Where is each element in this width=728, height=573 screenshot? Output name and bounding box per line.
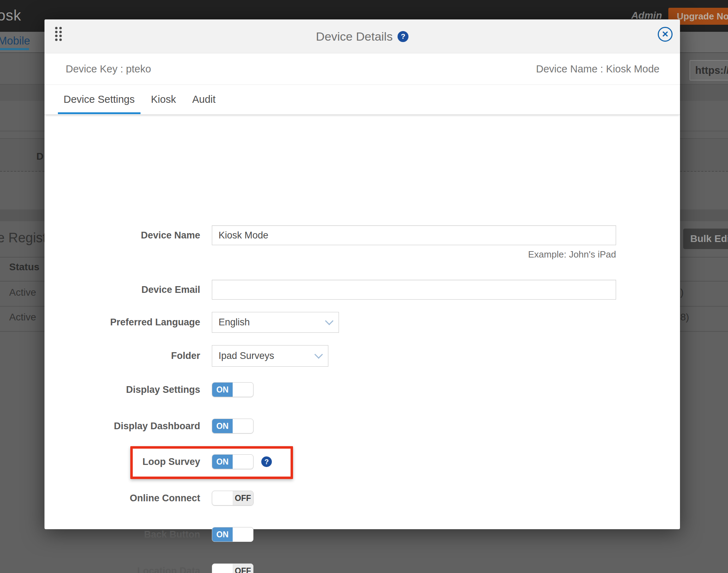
help-icon[interactable]: ? [398, 31, 408, 42]
status-column-header: Status [9, 261, 40, 273]
toggle-label-display-dashboard: Display Dashboard [44, 419, 200, 433]
loop-survey-help-icon[interactable]: ? [261, 456, 272, 467]
url-input[interactable]: https:// [690, 60, 728, 81]
table-row-status: Active [9, 312, 36, 323]
preferred-language-value: English [219, 317, 250, 328]
section-heading-fragment: e Registr [0, 230, 51, 246]
table-row-status: Active [9, 287, 36, 298]
toggle-on-half: ON [212, 455, 233, 469]
table-cell-fragment: 8) [680, 312, 689, 323]
device-key-row: Device Key : pteko Device Name : Kiosk M… [44, 53, 680, 85]
preferred-language-select[interactable]: English [212, 312, 339, 333]
tab-audit[interactable]: Audit [191, 85, 216, 115]
close-icon[interactable]: ✕ [658, 27, 673, 42]
device-email-label: Device Email [44, 280, 200, 300]
chevron-down-icon [325, 317, 333, 325]
toggle-label-location-data: Location Data [44, 563, 200, 573]
brand-logo-fragment: osk [0, 7, 21, 24]
toggle-on-half: ON [212, 383, 233, 397]
table-cell-fragment: ) [680, 287, 684, 298]
toggle-off-half [233, 455, 253, 469]
tab-kiosk[interactable]: Kiosk [150, 85, 177, 115]
chevron-down-icon [314, 350, 323, 359]
modal-title: Device Details [316, 30, 393, 43]
tab-device-settings[interactable]: Device Settings [63, 85, 136, 115]
background-label-fragment: D [36, 151, 43, 162]
toggle-label-loop-survey: Loop Survey [44, 454, 200, 469]
tab-mobile[interactable]: Mobile [0, 35, 30, 47]
toggle-row-loop-survey: Loop SurveyON [44, 454, 313, 469]
toggle-off-half [233, 527, 253, 542]
toggle-off-half [233, 419, 253, 433]
toggle-on-half [212, 491, 233, 505]
modal-header: Device Details ? ✕ [44, 19, 680, 53]
toggle-label-back-button: Back Button [44, 527, 200, 542]
toggle-display-settings[interactable]: ON [212, 382, 253, 397]
bulk-edit-button[interactable]: Bulk Edit D [683, 229, 728, 249]
device-name-text: Device Name : Kiosk Mode [536, 53, 660, 85]
toggle-on-half: ON [212, 527, 233, 542]
modal-body: Device Name Example: John's iPad Device … [44, 115, 680, 529]
device-name-hint: Example: John's iPad [212, 249, 616, 260]
device-email-field[interactable] [212, 280, 616, 300]
modal-tabs: Device Settings Kiosk Audit [44, 85, 680, 115]
device-name-field[interactable] [212, 225, 616, 245]
tab-mobile-underline [0, 48, 29, 50]
folder-value: Ipad Surveys [219, 350, 274, 361]
toggle-row-back-button: Back ButtonON [44, 527, 313, 542]
toggle-display-dashboard[interactable]: ON [212, 419, 253, 433]
toggle-on-half: ON [212, 419, 233, 433]
device-key-text: Device Key : pteko [66, 53, 151, 85]
folder-label: Folder [44, 345, 200, 367]
device-details-modal: Device Details ? ✕ Device Key : pteko De… [44, 19, 680, 529]
toggle-label-display-settings: Display Settings [44, 382, 200, 397]
toggle-off-half: OFF [233, 491, 253, 505]
toggle-label-online-connect: Online Connect [44, 491, 200, 506]
toggle-online-connect[interactable]: OFF [212, 491, 253, 506]
toggle-off-half [233, 383, 253, 397]
preferred-language-label: Preferred Language [44, 312, 200, 333]
toggle-row-online-connect: Online ConnectOFF [44, 491, 313, 506]
device-name-label: Device Name [44, 225, 200, 245]
toggle-off-half: OFF [233, 564, 253, 573]
toggle-on-half [212, 564, 233, 573]
toggle-row-location-data: Location DataOFF [44, 563, 313, 573]
toggle-back-button[interactable]: ON [212, 527, 253, 542]
toggle-loop-survey[interactable]: ON [212, 454, 253, 469]
toggle-row-display-settings: Display SettingsON [44, 382, 313, 397]
toggle-location-data[interactable]: OFF [212, 563, 253, 573]
toggle-row-display-dashboard: Display DashboardON [44, 419, 313, 433]
folder-select[interactable]: Ipad Surveys [212, 345, 328, 367]
